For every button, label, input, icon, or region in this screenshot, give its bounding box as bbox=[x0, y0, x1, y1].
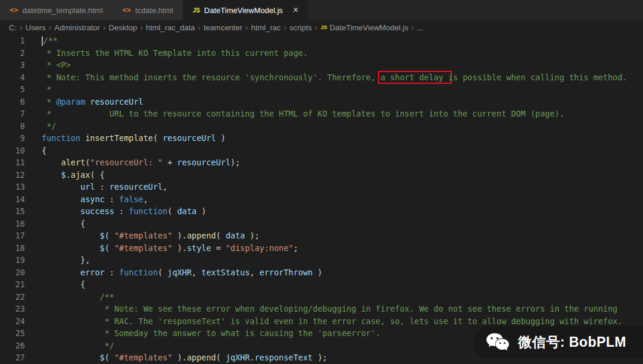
code-text: * @param resourceUrl bbox=[25, 96, 143, 108]
code-text: $( "#templates" ).append( data ); bbox=[25, 230, 260, 242]
breadcrumb-item[interactable]: html_rac_data bbox=[146, 23, 195, 32]
code-token: { bbox=[42, 280, 85, 289]
code-text: alert("resourceUrl: " + resourceUrl); bbox=[25, 156, 240, 169]
line-number[interactable]: 15 bbox=[0, 205, 25, 218]
line-number[interactable]: 27 bbox=[0, 352, 25, 364]
code-text: async : false, bbox=[25, 193, 148, 206]
code-line[interactable]: 22 /** bbox=[0, 291, 643, 303]
close-icon[interactable]: × bbox=[293, 5, 298, 15]
code-text: success : function( data ) bbox=[25, 205, 206, 218]
code-token: ( { bbox=[90, 170, 104, 180]
code-token: responseText bbox=[255, 353, 313, 362]
tab-datetime-template-html[interactable]: <> datetime_template.html bbox=[0, 0, 113, 20]
code-text: * bbox=[25, 83, 51, 96]
code-token: * bbox=[42, 97, 56, 106]
line-number[interactable]: 6 bbox=[0, 96, 25, 108]
code-token: /** bbox=[43, 36, 58, 45]
line-number[interactable]: 22 bbox=[0, 291, 25, 303]
line-number[interactable]: 10 bbox=[0, 145, 25, 157]
code-line[interactable]: 9function insertTemplate( resourceUrl ) bbox=[0, 132, 643, 145]
line-number[interactable]: 23 bbox=[0, 303, 25, 315]
code-line[interactable]: 8 */ bbox=[0, 120, 643, 133]
code-line[interactable]: 17 $( "#templates" ).append( data ); bbox=[0, 230, 643, 242]
code-line[interactable]: 14 async : false, bbox=[0, 193, 643, 206]
code-line[interactable]: 23 * Note: We see these error when devel… bbox=[0, 303, 643, 315]
js-file-icon: JS bbox=[320, 24, 327, 30]
code-editor: 1/**2 * Inserts the HTML KO Template int… bbox=[0, 34, 643, 364]
line-number[interactable]: 21 bbox=[0, 278, 25, 291]
code-line[interactable]: 5 * bbox=[0, 83, 643, 96]
code-line[interactable]: 21 { bbox=[0, 278, 643, 291]
line-number[interactable]: 26 bbox=[0, 340, 25, 352]
code-text: }, bbox=[25, 254, 90, 266]
tab-tcdate-html[interactable]: <> tcdate.html bbox=[113, 0, 183, 20]
line-number[interactable]: 2 bbox=[0, 47, 25, 59]
breadcrumb-item[interactable]: Desktop bbox=[109, 23, 138, 32]
tab-datetimeviewmodel-js[interactable]: JS DateTimeViewModel.js × bbox=[183, 0, 309, 20]
breadcrumb-item[interactable]: scripts bbox=[289, 23, 312, 32]
code-line[interactable]: 1/** bbox=[0, 34, 643, 47]
line-number[interactable]: 11 bbox=[0, 156, 25, 169]
breadcrumb-item[interactable]: teamcenter bbox=[204, 23, 242, 32]
code-token: ) bbox=[313, 268, 322, 277]
code-token: ( bbox=[158, 268, 167, 277]
line-number[interactable]: 19 bbox=[0, 254, 25, 266]
code-token: * RAC. The 'responseText' is valid even … bbox=[42, 316, 622, 326]
code-token: "resourceUrl: " bbox=[90, 158, 163, 167]
code-line[interactable]: 12 $.ajax( { bbox=[0, 169, 643, 181]
chevron-right-icon: › bbox=[408, 23, 417, 32]
chevron-right-icon: › bbox=[281, 23, 290, 32]
code-token: * Note: We see these error when developi… bbox=[42, 304, 617, 313]
code-line[interactable]: 10{ bbox=[0, 145, 643, 157]
line-number[interactable]: 4 bbox=[0, 71, 25, 84]
breadcrumb-item[interactable]: Administrator bbox=[54, 23, 100, 32]
line-number[interactable]: 25 bbox=[0, 327, 25, 340]
code-line[interactable]: 11 alert("resourceUrl: " + resourceUrl); bbox=[0, 156, 643, 169]
code-token: is possible when calling this method. bbox=[444, 73, 628, 82]
line-number[interactable]: 20 bbox=[0, 266, 25, 279]
code-line[interactable]: 19 }, bbox=[0, 254, 643, 266]
code-line[interactable]: 2 * Inserts the HTML KO Template into th… bbox=[0, 47, 643, 59]
line-number[interactable]: 24 bbox=[0, 315, 25, 328]
code-line[interactable]: 24 * RAC. The 'responseText' is valid ev… bbox=[0, 315, 643, 328]
code-token: url bbox=[80, 182, 95, 192]
breadcrumb-item[interactable]: ... bbox=[417, 23, 423, 32]
breadcrumb-item[interactable]: C: bbox=[9, 23, 17, 32]
line-number[interactable]: 8 bbox=[0, 120, 25, 133]
breadcrumb-item[interactable]: html_rac bbox=[251, 23, 281, 32]
breadcrumb-item[interactable]: JSDateTimeViewModel.js bbox=[320, 23, 408, 32]
code-token: * URL to the resource containing the HTM… bbox=[42, 109, 564, 118]
line-number[interactable]: 18 bbox=[0, 242, 25, 255]
code-text: { bbox=[25, 145, 46, 157]
wechat-watermark: 微信号: BobPLM bbox=[473, 326, 643, 359]
code-line[interactable]: 7 * URL to the resource containing the H… bbox=[0, 108, 643, 120]
chevron-right-icon: › bbox=[312, 23, 321, 32]
line-number[interactable]: 12 bbox=[0, 169, 25, 181]
code-line[interactable]: 3 * <P> bbox=[0, 59, 643, 71]
line-number[interactable]: 13 bbox=[0, 181, 25, 193]
code-line[interactable]: 15 success : function( data ) bbox=[0, 205, 643, 218]
line-number[interactable]: 3 bbox=[0, 59, 25, 71]
code-line[interactable]: 16 { bbox=[0, 218, 643, 230]
code-line[interactable]: 6 * @param resourceUrl bbox=[0, 96, 643, 108]
line-number[interactable]: 7 bbox=[0, 108, 25, 120]
tab-label: tcdate.html bbox=[135, 6, 173, 15]
line-number[interactable]: 1 bbox=[0, 34, 25, 47]
code-line[interactable]: 18 $( "#templates" ).style = "display:no… bbox=[0, 242, 643, 255]
code-line[interactable]: 13 url : resourceUrl, bbox=[0, 181, 643, 193]
breadcrumb-item[interactable]: Users bbox=[26, 23, 46, 32]
code-token: ); bbox=[230, 158, 240, 167]
line-number[interactable]: 14 bbox=[0, 193, 25, 206]
code-token: "#templates" bbox=[114, 353, 173, 362]
code-line[interactable]: 20 error : function( jqXHR, textStatus, … bbox=[0, 266, 643, 279]
line-number[interactable]: 9 bbox=[0, 132, 25, 145]
line-number[interactable]: 16 bbox=[0, 218, 25, 230]
code-token: * Someday the answer to what is causing … bbox=[42, 328, 380, 338]
line-number[interactable]: 17 bbox=[0, 230, 25, 242]
breadcrumb: C:›Users›Administrator›Desktop›html_rac_… bbox=[0, 20, 643, 34]
code-token: ) bbox=[196, 206, 206, 216]
line-number[interactable]: 5 bbox=[0, 83, 25, 96]
code-token: ). bbox=[173, 231, 187, 240]
code-line[interactable]: 4 * Note: This method inserts the resour… bbox=[0, 71, 643, 84]
code-text: */ bbox=[25, 120, 56, 133]
